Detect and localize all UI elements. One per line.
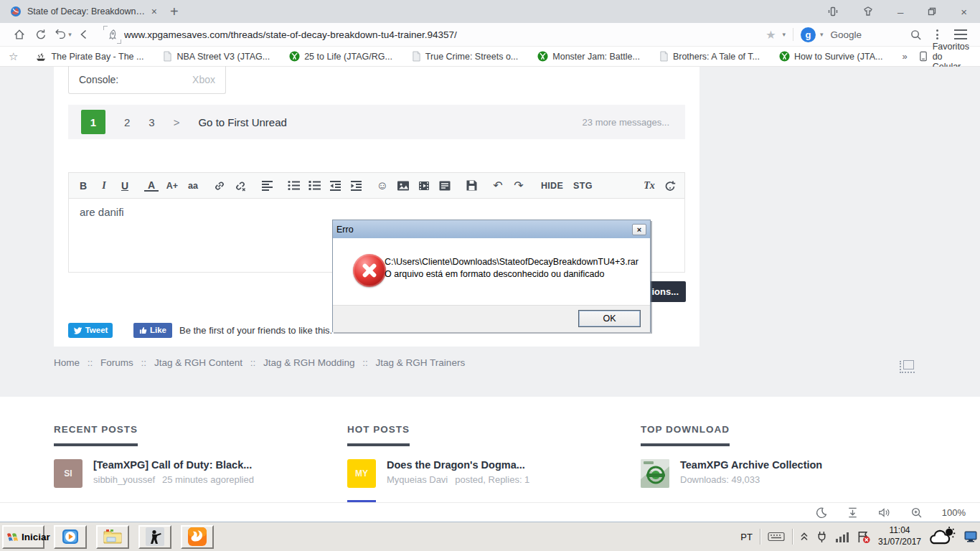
error-dialog-close-button[interactable]: × [632,224,646,235]
breadcrumb-jtag-content[interactable]: Jtag & RGH Content [154,357,242,368]
link-button[interactable] [212,178,227,194]
console-field[interactable]: Console: Xbox [68,66,226,94]
insert-image-button[interactable] [396,178,410,194]
layout-width-toggle-icon[interactable] [903,360,914,369]
browser-tab[interactable]: State of Decay: Breakdown TU × [10,6,157,17]
theme-skin-icon[interactable] [862,6,874,17]
breadcrumb-forums[interactable]: Forums [100,357,133,368]
restore-button[interactable] [927,6,937,17]
more-menu-icon[interactable] [926,29,948,39]
text-color-button[interactable]: A [144,179,159,192]
start-button[interactable]: Iniciar [2,525,44,549]
font-size-button[interactable]: A+ [165,178,179,194]
keyboard-icon[interactable] [768,531,785,542]
remove-formatting-button[interactable]: Tx [642,178,656,194]
bookmark-star-caret-icon[interactable]: ▾ [782,31,786,38]
zoom-icon[interactable] [910,507,923,519]
favorites-star-icon[interactable]: ☆ [9,50,18,63]
next-page-chevron[interactable]: > [174,116,180,128]
taskbar-counter-strike-button[interactable] [138,525,171,549]
list-item[interactable]: SI [TeamXPG] Call of Duty: Black... sibb… [54,459,347,488]
url-address[interactable]: www.xpgamesaves.com/threads/state-of-dec… [124,29,760,40]
weather-icon[interactable] [928,526,957,547]
page-2-link[interactable]: 2 [124,116,130,128]
avatar[interactable]: MY [347,459,376,488]
breadcrumb-jtag-trainers[interactable]: Jtag & RGH Trainers [376,357,466,368]
align-button[interactable] [260,178,274,194]
sound-icon[interactable] [878,507,891,518]
language-indicator[interactable]: PT [740,532,753,542]
download-title[interactable]: TeamXPG Archive Collection [680,459,822,471]
new-tab-button[interactable]: + [170,4,179,19]
downloads-icon[interactable] [847,507,859,519]
bullet-list-button[interactable] [286,178,301,194]
post-title[interactable]: Does the Dragon's Dogma... [387,459,529,471]
site-security-rocket-icon[interactable] [105,27,120,42]
underline-button[interactable]: U [118,178,132,194]
download-thumbnail[interactable] [641,459,669,488]
text-case-button[interactable]: aa [186,178,200,194]
search-input[interactable]: Google [830,29,862,40]
back-icon[interactable] [73,29,95,40]
hide-tag-button[interactable]: HIDE [541,178,563,194]
phone-sync-icon[interactable] [827,6,839,17]
taskbar-media-player-button[interactable] [54,525,87,549]
redo-button[interactable]: ↷ [512,178,526,194]
minimize-button[interactable]: – [897,6,903,18]
post-author[interactable]: Myqueias Davi [387,474,448,485]
post-title[interactable]: [TeamXPG] Call of Duty: Black... [93,459,254,471]
italic-button[interactable]: I [97,178,111,194]
bookmark-star-icon[interactable]: ★ [760,28,781,42]
insert-media-button[interactable] [417,178,431,194]
close-window-button[interactable]: × [961,6,967,18]
bold-button[interactable]: B [76,178,90,194]
bookmarks-overflow-chevron[interactable]: » [902,51,907,62]
night-mode-icon[interactable] [815,507,827,519]
page-1-current[interactable]: 1 [81,110,105,134]
action-center-flag-icon[interactable] [857,530,871,544]
home-icon[interactable] [9,28,30,41]
bookmark-25-to-life[interactable]: 25 to Life (JTAG/RG... [289,51,392,62]
network-signal-icon[interactable] [835,531,849,542]
indent-button[interactable] [349,178,363,194]
bookmark-brothers[interactable]: Brothers: A Tale of T... [659,51,760,62]
stg-tag-button[interactable]: STG [573,178,593,194]
outdent-button[interactable] [328,178,342,194]
tweet-button[interactable]: Tweet [68,323,113,338]
numbered-list-button[interactable] [307,178,321,194]
search-engine-caret-icon[interactable]: ▾ [820,31,824,38]
show-hidden-icons-chevron[interactable] [800,532,809,542]
bookmark-true-crime[interactable]: True Crime: Streets o... [412,51,518,62]
insert-quote-button[interactable] [438,178,452,194]
bookmark-nba-street[interactable]: NBA Street V3 (JTAG... [163,51,270,62]
undo-history-icon[interactable]: ▾ [52,28,73,41]
toggle-source-button[interactable] [663,178,677,194]
ok-button[interactable]: OK [578,310,641,327]
zoom-level[interactable]: 100% [942,507,966,518]
smiley-button[interactable]: ☺ [375,178,390,194]
breadcrumb-home[interactable]: Home [54,357,80,368]
save-draft-button[interactable] [464,178,479,194]
bookmark-pirate-bay[interactable]: The Pirate Bay - The ... [35,52,143,62]
refresh-icon[interactable] [30,28,52,41]
search-engine-badge[interactable]: g [801,27,816,42]
breadcrumb-jtag-modding[interactable]: Jtag & RGH Modding [263,357,355,368]
taskbar-explorer-button[interactable] [96,525,129,549]
undo-button[interactable]: ↶ [491,178,505,194]
bookmark-how-to-survive[interactable]: How to Survive (JTA... [779,51,882,62]
unlink-button[interactable] [233,178,248,194]
list-item[interactable]: TeamXPG Archive Collection Downloads: 49… [641,459,934,488]
tray-clock[interactable]: 11:04 31/07/2017 [878,525,921,547]
tab-close-icon[interactable]: × [151,6,157,17]
page-3-link[interactable]: 3 [149,116,154,128]
avatar[interactable]: SI [54,459,83,488]
post-author[interactable]: sibbih_youssef [93,474,155,485]
search-icon[interactable] [905,29,926,41]
taskbar-uc-browser-button[interactable] [181,525,214,549]
error-dialog-titlebar[interactable]: Erro × [333,220,650,238]
list-item[interactable]: MY Does the Dragon's Dogma... Myqueias D… [347,459,641,488]
main-menu-icon[interactable] [948,29,971,39]
go-first-unread-link[interactable]: Go to First Unread [198,116,286,128]
power-plug-icon[interactable] [816,530,828,544]
bookmark-monster-jam[interactable]: Monster Jam: Battle... [537,51,640,62]
